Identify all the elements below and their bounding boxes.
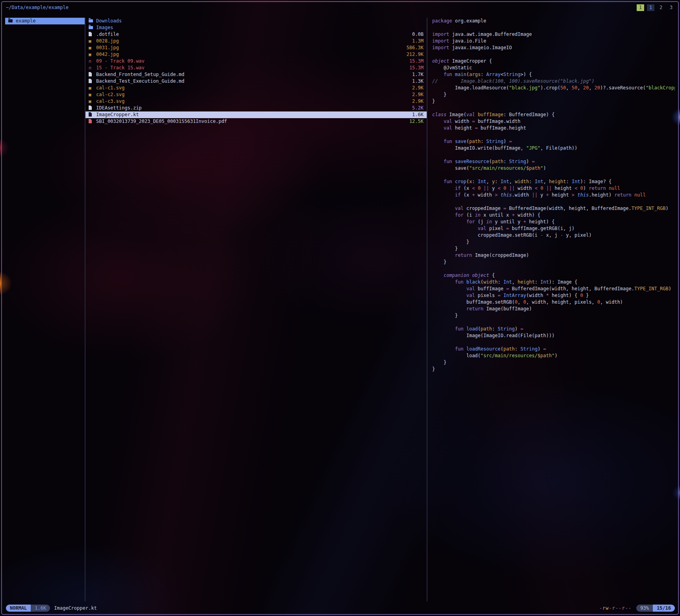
file-row[interactable]: ▣0028.jpg1.3M (85, 38, 427, 45)
code-line (432, 51, 675, 58)
code-line: fun loadResource(path: String) = (432, 346, 675, 353)
file-icon (89, 32, 93, 37)
file-name: 0042.jpg (96, 51, 119, 58)
audio-icon: ∩ (89, 59, 93, 63)
image-icon: ▣ (89, 52, 93, 57)
tab-3[interactable]: 3 (667, 4, 675, 11)
file-name: 15 - Track 15.wav (96, 65, 145, 71)
file-row[interactable]: Backend_Test_Execution_Guide.md1.3K (85, 78, 427, 85)
code-line: import java.io.File (432, 38, 675, 45)
file-row[interactable]: .dotfile0.0B (85, 31, 427, 38)
folder-icon (8, 19, 13, 23)
image-icon: ▣ (89, 93, 93, 97)
code-line: load("src/main/resources/$path") (432, 353, 675, 359)
tab-1[interactable]: 1 (647, 4, 654, 11)
file-name: IDEAsettings.zip (96, 105, 142, 111)
image-icon: ▣ (89, 86, 93, 90)
file-row[interactable]: ImageCropper.kt1.6K (85, 111, 427, 118)
file-name: .dotfile (96, 31, 119, 38)
parent-dir-item[interactable]: example (5, 18, 85, 24)
file-row[interactable]: ▣cal-c2.svg2.9K (85, 91, 427, 98)
code-icon (89, 112, 93, 117)
code-line: } (432, 259, 675, 265)
file-size: 5.2K (412, 105, 424, 111)
file-row[interactable]: Images (85, 24, 427, 31)
code-line: fun load(path: String) = (432, 326, 675, 332)
code-line: val buffImage = BufferedImage(width, hei… (432, 286, 675, 292)
file-name: cal-c3.svg (96, 98, 124, 105)
code-line: fun save(path: String) = (432, 138, 675, 145)
position-pill: 93% 15/16 (636, 605, 675, 612)
current-path: ~/Data/example/example (6, 5, 69, 10)
code-line: for (j in y until y + height) { (432, 219, 675, 225)
code-line: return Image(buffImage) (432, 306, 675, 312)
header-bar: ~/Data/example/example 1123 (6, 3, 675, 12)
code-line (432, 319, 675, 326)
file-name: cal-c1.svg (96, 85, 124, 91)
file-size: 15.3M (409, 65, 424, 71)
image-icon: ▣ (89, 39, 93, 43)
code-line: if (x < 0 || y < 0 || width < 0 || heigh… (432, 185, 675, 192)
file-row[interactable]: SBI_0032013739_2023_DE05_0003155631Invoi… (85, 118, 427, 125)
code-line: } (432, 366, 675, 373)
scroll-percent: 93% (636, 605, 653, 612)
file-size: 212.9K (407, 51, 424, 58)
image-icon: ▣ (89, 99, 93, 104)
code-line: val croppedImage = BufferedImage(width, … (432, 205, 675, 212)
code-line: import javax.imageio.ImageIO (432, 45, 675, 51)
code-line: val width = buffImage.width (432, 118, 675, 125)
tab-bar: 1123 (637, 4, 675, 11)
code-line: val pixel = buffImage.getRGB(i, j) (432, 225, 675, 232)
file-row[interactable]: ▣0042.jpg212.9K (85, 51, 427, 58)
code-line: object ImageCropper { (432, 58, 675, 65)
code-line: // Image.black(100, 100).saveResource("b… (432, 78, 675, 85)
cursor-position: 15/16 (653, 605, 675, 612)
code-line: } (432, 245, 675, 252)
status-bar: NORMAL 1.6K ImageCropper.kt -rw-r--r-- 9… (6, 604, 675, 612)
file-list-pane: DownloadsImages.dotfile0.0B▣0028.jpg1.3M… (85, 18, 427, 601)
code-line: ImageIO.write(buffImage, "JPG", File(pat… (432, 145, 675, 152)
mode-indicator: NORMAL (6, 605, 31, 612)
markdown-icon (89, 79, 93, 84)
file-name: example (16, 18, 36, 24)
code-line: return Image(croppedImage) (432, 252, 675, 259)
file-row[interactable]: ▣0031.jpg586.3K (85, 45, 427, 51)
file-row[interactable]: Downloads (85, 18, 427, 24)
file-row[interactable]: ▣cal-c1.svg2.9K (85, 85, 427, 91)
code-line: import java.awt.image.BufferedImage (432, 31, 675, 38)
file-size: 2.9K (412, 85, 424, 91)
code-line: fun black(width: Int, height: Int): Imag… (432, 279, 675, 286)
code-line: val height = buffImage.height (432, 125, 675, 132)
code-line: fun main(args: Array<String>) { (432, 71, 675, 78)
tab-2[interactable]: 2 (657, 4, 665, 11)
pdf-icon (89, 119, 93, 124)
code-line: val pixels = IntArray(width * height) { … (432, 292, 675, 299)
folder-icon (89, 26, 93, 30)
session-badge[interactable]: 1 (637, 4, 644, 11)
file-row[interactable]: IDEAsettings.zip5.2K (85, 105, 427, 111)
file-size: 0.0B (412, 31, 424, 38)
code-line: class Image(val buffImage: BufferedImage… (432, 111, 675, 118)
archive-icon (89, 106, 93, 111)
mode-pill: NORMAL 1.6K (6, 605, 50, 612)
file-row[interactable]: ▣cal-c3.svg2.9K (85, 98, 427, 105)
file-name: 0031.jpg (96, 45, 119, 51)
file-row[interactable]: Backend_Frontend_Setup_Guide.md1.7K (85, 71, 427, 78)
markdown-icon (89, 72, 93, 77)
file-size: 1.3K (412, 78, 424, 85)
code-line: fun crop(x: Int, y: Int, width: Int, hei… (432, 178, 675, 185)
code-line (432, 172, 675, 178)
file-name: Downloads (96, 18, 122, 24)
code-line (432, 24, 675, 31)
code-line: } (432, 98, 675, 105)
code-line: fun saveResource(path: String) = (432, 158, 675, 165)
file-size: 586.3K (407, 45, 424, 51)
file-row[interactable]: ∩15 - Track 15.wav15.3M (85, 65, 427, 71)
file-row[interactable]: ∩09 - Track 09.wav15.3M (85, 58, 427, 65)
file-size: 1.3M (412, 38, 424, 45)
code-line: if (x + width > this.width || y + height… (432, 192, 675, 199)
file-size: 1.6K (412, 111, 424, 118)
code-line: } (432, 239, 675, 245)
code-line (432, 265, 675, 272)
code-line (432, 152, 675, 158)
